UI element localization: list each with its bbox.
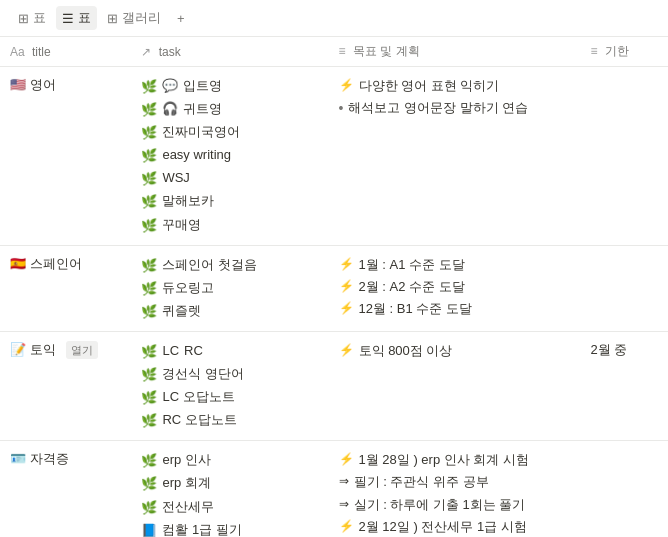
title-cell[interactable]: 🇺🇸 영어 (0, 67, 131, 246)
table-row: 🪪 자격증🌿erp 인사🌿erp 회계🌿전산세무📘컴활 1급 필기📘컴활 1급 … (0, 441, 668, 537)
task-text: 컴활 1급 필기 (162, 519, 241, 537)
task-text: 듀오링고 (162, 277, 214, 299)
task-item: 🌿RC 오답노트 (141, 409, 318, 432)
task-item: 🌿듀오링고 (141, 277, 318, 300)
title-cell[interactable]: 🇪🇸 스페인어 (0, 245, 131, 331)
row-title: 🇺🇸 영어 (10, 75, 121, 96)
task-icon: 🌿 (141, 450, 157, 472)
task-item: 🌿LC 오답노트 (141, 386, 318, 409)
table-row: 📝 토익열기🌿LC RC🌿경선식 영단어🌿LC 오답노트🌿RC 오답노트⚡토익 … (0, 331, 668, 440)
task-icon: 🌿 (141, 76, 157, 98)
table-row: 🇺🇸 영어🌿💬 입트영🌿🎧 귀트영🌿진짜미국영어🌿easy writing🌿WS… (0, 67, 668, 246)
table-header-row: Aa title ↗ task ≡ 목표 및 계획 ≡ 기한 (0, 37, 668, 67)
goal-icon: ⚡ (339, 75, 354, 95)
task-item: 🌿💬 입트영 (141, 75, 318, 98)
task-text: 귀트영 (183, 98, 222, 120)
col-goal[interactable]: ≡ 목표 및 계획 (329, 37, 581, 67)
task-text: easy writing (162, 144, 231, 166)
goal-text: 다양한 영어 표현 익히기 (359, 75, 500, 97)
task-icon: 🌿 (141, 255, 157, 277)
task-text: 스페인어 첫걸음 (162, 254, 257, 276)
task-icon: 🌿 (141, 341, 157, 363)
task-icon: 🌿 (141, 387, 157, 409)
add-view-button[interactable]: + (171, 8, 191, 29)
goal-icon: ⇒ (339, 471, 349, 491)
row-title: 🇪🇸 스페인어 (10, 254, 121, 275)
table-row: 🇪🇸 스페인어🌿스페인어 첫걸음🌿듀오링고🌿퀴즐렛⚡1월 : A1 수준 도달⚡… (0, 245, 668, 331)
task-sub-icon: 💬 (162, 75, 178, 97)
title-cell[interactable]: 🪪 자격증 (0, 441, 131, 537)
title-cell[interactable]: 📝 토익열기 (0, 331, 131, 440)
task-cell: 🌿스페인어 첫걸음🌿듀오링고🌿퀴즐렛 (131, 245, 328, 331)
grid-view-button[interactable]: ⊞ 표 (12, 6, 52, 30)
goal-icon: ⚡ (339, 340, 354, 360)
task-cell: 🌿💬 입트영🌿🎧 귀트영🌿진짜미국영어🌿easy writing🌿WSJ🌿말해보… (131, 67, 328, 246)
goal-item: ⚡2월 12일 ) 전산세무 1급 시험 (339, 516, 571, 537)
col-deadline[interactable]: ≡ 기한 (580, 37, 668, 67)
goal-item: ⚡다양한 영어 표현 익히기 (339, 75, 571, 97)
goal-item: ⇒필기 : 주관식 위주 공부 (339, 471, 571, 493)
task-text: 퀴즐렛 (162, 300, 201, 322)
goal-icon: ⚡ (339, 516, 354, 536)
task-icon: 🌿 (141, 497, 157, 519)
task-sub-icon: LC (162, 340, 179, 362)
task-icon: 🌿 (141, 364, 157, 386)
task-text: 경선식 영단어 (162, 363, 244, 385)
goal-icon: ⇒ (339, 494, 349, 514)
task-icon: 🌿 (141, 99, 157, 121)
row-title: 🪪 자격증 (10, 449, 121, 470)
table-icon: ☰ (62, 11, 74, 26)
goal-text: 1월 28일 ) erp 인사 회계 시험 (359, 449, 529, 471)
task-item: 🌿진짜미국영어 (141, 121, 318, 144)
task-item: 🌿🎧 귀트영 (141, 98, 318, 121)
task-item: 🌿erp 인사 (141, 449, 318, 472)
row-title: 📝 토익열기 (10, 340, 121, 361)
row-badge[interactable]: 열기 (66, 341, 98, 359)
gallery-view-button[interactable]: ⊞ 갤러리 (101, 6, 167, 30)
task-text: erp 인사 (162, 449, 210, 471)
task-text: 전산세무 (162, 496, 214, 518)
goal-item: ⚡토익 800점 이상 (339, 340, 571, 362)
goal-text: 1월 : A1 수준 도달 (359, 254, 465, 276)
goal-text: 토익 800점 이상 (359, 340, 453, 362)
table-view-button[interactable]: ☰ 표 (56, 6, 97, 30)
task-cell: 🌿LC RC🌿경선식 영단어🌿LC 오답노트🌿RC 오답노트 (131, 331, 328, 440)
task-text: 진짜미국영어 (162, 121, 240, 143)
goal-cell: ⚡다양한 영어 표현 익히기•해석보고 영어문장 말하기 연습 (329, 67, 581, 246)
goal-text: 필기 : 주관식 위주 공부 (354, 471, 489, 493)
task-cell: 🌿erp 인사🌿erp 회계🌿전산세무📘컴활 1급 필기📘컴활 1급 실기 (131, 441, 328, 537)
task-item: 🌿말해보카 (141, 190, 318, 213)
goal-text: 해석보고 영어문장 말하기 연습 (348, 97, 528, 119)
task-item: 📘컴활 1급 필기 (141, 519, 318, 537)
grid-icon: ⊞ (18, 11, 29, 26)
task-icon: 🌿 (141, 473, 157, 495)
task-icon: 🌿 (141, 215, 157, 237)
task-icon: 🌿 (141, 301, 157, 323)
goal-item: ⚡1월 : A1 수준 도달 (339, 254, 571, 276)
task-icon: 🌿 (141, 278, 157, 300)
text-icon: Aa (10, 45, 25, 59)
task-item: 🌿퀴즐렛 (141, 300, 318, 323)
goal-cell: ⚡토익 800점 이상 (329, 331, 581, 440)
task-text: 꾸매영 (162, 214, 201, 236)
goal-item: ⚡12월 : B1 수준 도달 (339, 298, 571, 320)
task-sub-icon: 🎧 (162, 98, 178, 120)
goal-text: 12월 : B1 수준 도달 (359, 298, 472, 320)
task-text: 입트영 (183, 75, 222, 97)
task-text: 말해보카 (162, 190, 214, 212)
task-item: 🌿스페인어 첫걸음 (141, 254, 318, 277)
goal-item: ⇒실기 : 하루에 기출 1회는 풀기 (339, 494, 571, 516)
task-text: RC (184, 340, 203, 362)
task-item: 🌿WSJ (141, 167, 318, 190)
goal-item: •해석보고 영어문장 말하기 연습 (339, 97, 571, 121)
col-task[interactable]: ↗ task (131, 37, 328, 67)
col-title[interactable]: Aa title (0, 37, 131, 67)
goal-item: ⚡2월 : A2 수준 도달 (339, 276, 571, 298)
deadline-cell (580, 245, 668, 331)
relation-icon: ↗ (141, 45, 151, 59)
goal-icon: ⚡ (339, 449, 354, 469)
goal-text: 2월 12일 ) 전산세무 1급 시험 (359, 516, 527, 537)
task-item: 🌿LC RC (141, 340, 318, 363)
task-item: 🌿경선식 영단어 (141, 363, 318, 386)
task-text: LC 오답노트 (162, 386, 234, 408)
